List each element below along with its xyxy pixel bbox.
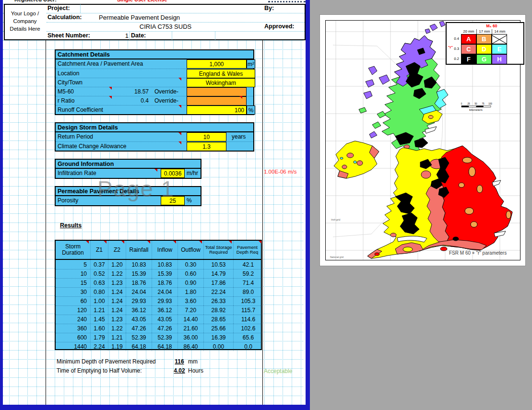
results-cell: 1.24 (108, 305, 126, 315)
licence-link-decoration (268, 1, 306, 2)
legend-cell-A: A (461, 34, 476, 44)
legend-row-04: 0.4 (449, 36, 459, 41)
emptying-time-value: 4.02 (173, 367, 186, 374)
design-storm-title: Design Storm Details (56, 123, 253, 132)
results-cell: 17.86 (203, 278, 233, 287)
results-cell: 15 (56, 278, 90, 287)
rainfall-map-panel: 0 25 50 75 100 kilometers Irish grid Nat… (319, 14, 526, 266)
results-cell: 1.24 (108, 296, 126, 305)
city-input[interactable]: Wokingham (187, 78, 255, 87)
results-cell: 1.21 (90, 305, 108, 315)
results-cell: 71.4 (233, 278, 263, 287)
results-cell: 0.37 (90, 260, 108, 269)
column-rule-left (46, 4, 46, 405)
svg-text:100: 100 (488, 103, 492, 105)
m560-override-input[interactable] (187, 87, 247, 96)
results-cell: 120 (56, 305, 90, 315)
page-border-left (0, 0, 3, 410)
registered-user-label: Registered User: (14, 0, 57, 2)
results-cell: 0.0 (233, 342, 263, 351)
results-cell: 15.39 (152, 269, 177, 278)
results-cell: 59.2 (233, 269, 263, 278)
column-rule-right (262, 4, 263, 405)
svg-text:75: 75 (482, 103, 485, 105)
results-cell: 1.24 (108, 287, 126, 296)
location-row: Location England & Wales (56, 69, 253, 78)
legend-cell-E: E (492, 44, 507, 54)
m560-override-label: Override- (154, 88, 178, 95)
results-cell: 0.90 (177, 278, 203, 287)
map-legend: M₅ 60 20 mm 17 mm 14 mm 0.4 0.3 0.2 "r" … (446, 22, 524, 65)
legend-cell-H: H (492, 54, 507, 64)
results-cell: 24.04 (126, 287, 152, 296)
results-cell: 52.39 (152, 333, 177, 342)
runoff-row: Runoff Coefficient 100 % (56, 105, 253, 114)
comment-marker (239, 96, 242, 99)
results-cell: 89.0 (233, 287, 263, 296)
calculation-value[interactable]: Permeable Pavement Design (99, 14, 180, 21)
results-cell: 2.24 (90, 342, 108, 351)
climate-row: Climate Change Allowance 1.3 (56, 141, 253, 151)
gridline (3, 40, 303, 41)
location-input[interactable]: England & Wales (187, 69, 255, 78)
results-cell: 1.45 (90, 315, 108, 324)
results-cell: 18.76 (126, 278, 152, 287)
results-cell: 10.83 (152, 260, 177, 269)
sheet-number-label: Sheet Number: (47, 32, 90, 39)
results-cell: 0.00 (203, 342, 233, 351)
gridline (3, 377, 303, 378)
results-cell: 65.6 (233, 333, 263, 342)
results-cell: 1.19 (108, 342, 126, 351)
return-period-input[interactable]: 10 (187, 132, 226, 141)
results-cell: 22.24 (203, 287, 233, 296)
sheet-number-value[interactable]: 1 (86, 32, 129, 39)
results-cell: 1.22 (108, 324, 126, 333)
gridline (3, 396, 303, 396)
results-cell: 1.79 (90, 333, 108, 342)
results-cell: 36.12 (152, 305, 177, 315)
results-cell: 25.66 (203, 324, 233, 333)
gridline (3, 232, 303, 232)
comment-marker (86, 241, 89, 244)
results-cell: 0.63 (90, 278, 108, 287)
calculation-label: Calculation: (47, 14, 82, 21)
comment-marker (229, 241, 232, 244)
results-cell: 1.22 (108, 269, 126, 278)
results-cell: 86.40 (177, 342, 203, 351)
results-cell: 36.00 (177, 333, 203, 342)
legend-grid: ABCDEFGH (461, 34, 507, 64)
results-cell: 240 (56, 315, 90, 324)
comment-marker (109, 96, 112, 99)
legend-title: M₅ 60 (461, 23, 522, 28)
return-period-unit: years (232, 133, 246, 140)
results-cell: 10 (56, 269, 90, 278)
logo-placeholder[interactable]: Your Logo / Company Details Here (5, 10, 45, 33)
results-cell: 102.6 (233, 324, 263, 333)
emptying-time-label: Time of Emptying to Half Volume: (57, 367, 142, 374)
results-cell: 1.21 (108, 333, 126, 342)
min-depth-value: 116 (173, 358, 186, 365)
status-badge: Acceptable (264, 368, 292, 375)
runoff-unit: % (247, 105, 255, 115)
infiltration-note: 1.00E-06 m/s (264, 169, 296, 175)
runoff-input[interactable]: 100 (187, 105, 247, 115)
results-cell: 105.3 (233, 296, 263, 305)
results-cell: 5 (56, 260, 90, 269)
by-label: By: (264, 5, 274, 12)
map-caption: FSR M 60 + "r" parameters (449, 250, 507, 256)
results-cell: 43.05 (152, 315, 177, 324)
results-cell: 26.33 (203, 296, 233, 305)
results-cell: 14.40 (177, 315, 203, 324)
results-cell: 1.23 (108, 315, 126, 324)
catchment-area-input[interactable]: 1,000 (187, 59, 247, 69)
r-override-input[interactable] (187, 96, 247, 105)
climate-input[interactable]: 1.3 (187, 142, 226, 151)
results-cell: 115.7 (233, 305, 263, 315)
legend-cell-C: C (461, 44, 476, 54)
results-cell: 1440 (56, 342, 90, 351)
results-cell: 1.80 (177, 287, 203, 296)
comment-marker (147, 241, 150, 244)
results-cell: 29.93 (152, 296, 177, 305)
catchment-area-row: Catchment Area / Pavement Area 1,000 m² (56, 59, 253, 69)
results-cell: 0.60 (177, 269, 203, 278)
